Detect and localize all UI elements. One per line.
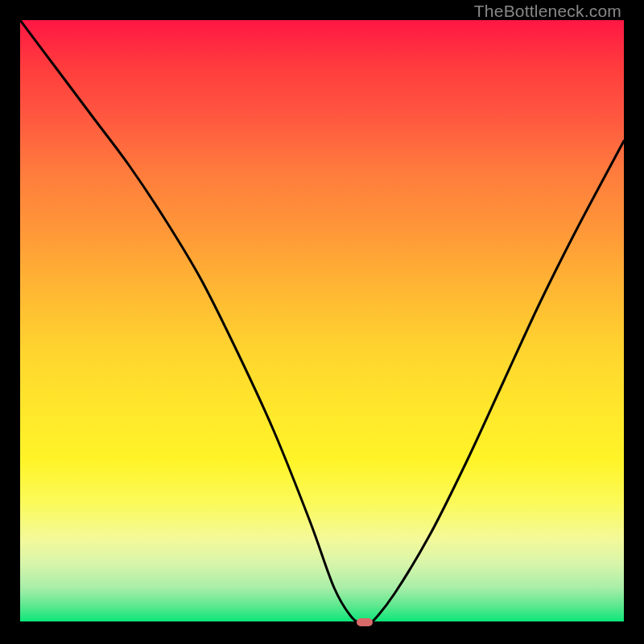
plot-area — [20, 20, 624, 624]
watermark-text: TheBottleneck.com — [474, 2, 621, 21]
minimum-marker — [357, 618, 373, 626]
chart-container: TheBottleneck.com — [0, 0, 644, 644]
bottleneck-curve — [20, 20, 624, 624]
